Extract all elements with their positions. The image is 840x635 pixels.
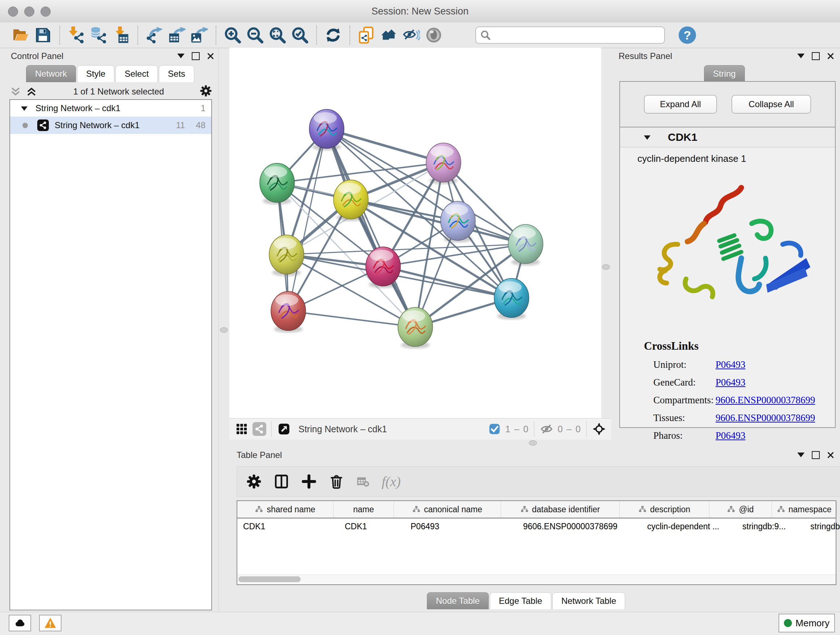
network-node-CCNB2[interactable] — [309, 109, 344, 150]
column-header-description[interactable]: description — [620, 501, 709, 518]
left-splitter-handle[interactable] — [220, 327, 228, 333]
column-header-shared-name[interactable]: shared name — [237, 501, 333, 518]
close-panel-icon[interactable] — [207, 52, 214, 60]
save-session-icon[interactable] — [32, 25, 54, 46]
scrollbar-thumb[interactable] — [238, 576, 301, 582]
column-header-@id[interactable]: @id — [709, 501, 772, 518]
table-cell[interactable]: P06493 — [405, 518, 517, 534]
table-cell[interactable]: cyclin-dependent ... — [641, 518, 737, 534]
network-node-CCNE1[interactable] — [398, 307, 433, 348]
tab-network[interactable]: Network — [26, 65, 76, 82]
network-canvas[interactable]: CCNB2CCNA1CDC25BCDK1CDC6RB1CCNB1CCNA2CDK… — [229, 48, 601, 418]
close-panel-icon[interactable] — [827, 52, 834, 60]
warnings-button[interactable] — [39, 615, 62, 631]
network-node-RB1[interactable] — [508, 225, 543, 266]
import-table-file-icon[interactable] — [110, 25, 133, 46]
table-options-gear-icon[interactable] — [246, 474, 262, 489]
table-cell[interactable]: stringdb:9... — [737, 518, 805, 534]
crosslink-link[interactable]: P06493 — [715, 430, 745, 441]
table-cell[interactable]: CDK1 — [339, 518, 405, 534]
birds-eye-crosshair-icon[interactable] — [592, 422, 606, 436]
table-cell[interactable]: stringdb — [805, 518, 840, 534]
network-edge-HIST1H1A-CCNE1[interactable] — [288, 311, 415, 327]
collection-expand-icon[interactable] — [21, 106, 27, 114]
network-node-CCNB1[interactable] — [269, 235, 304, 276]
crosslink-link[interactable]: 9606.ENSP00000378699 — [715, 412, 815, 424]
duplicate-network-icon[interactable] — [355, 25, 378, 46]
import-network-database-icon[interactable] — [88, 25, 110, 46]
crosslink-link[interactable]: 9606.ENSP00000378699 — [715, 394, 815, 406]
detach-view-icon[interactable] — [277, 422, 291, 436]
crosslink-link[interactable]: P06493 — [715, 377, 745, 388]
column-header-name[interactable]: name — [333, 501, 394, 518]
collapse-all-icon[interactable] — [9, 87, 22, 96]
network-view-share-icon[interactable] — [253, 422, 266, 436]
show-columns-icon[interactable] — [274, 474, 289, 489]
collapse-all-button[interactable]: Collapse All — [731, 95, 811, 114]
zoom-selected-icon[interactable] — [289, 25, 311, 46]
expand-all-button[interactable]: Expand All — [644, 95, 717, 114]
maximize-panel-icon[interactable] — [812, 451, 820, 459]
network-edge-CCNB2-CCNE1[interactable] — [327, 129, 415, 327]
horizontal-splitter-handle[interactable] — [529, 440, 537, 446]
network-edge-CCNB2-HIST1H1A[interactable] — [288, 129, 327, 311]
float-panel-icon[interactable] — [797, 54, 805, 62]
tab-sets[interactable]: Sets — [159, 65, 194, 82]
network-row[interactable]: String Network – cdk1 11 48 — [10, 117, 211, 134]
function-builder-icon[interactable]: f(x) — [382, 473, 401, 489]
network-node-HIST1H1A[interactable] — [271, 291, 306, 333]
add-column-icon[interactable] — [302, 474, 317, 489]
network-node-CDKN1A[interactable] — [494, 279, 529, 320]
right-splitter-handle[interactable] — [602, 264, 610, 270]
grid-view-icon[interactable] — [234, 422, 249, 436]
column-header-canonical-name[interactable]: canonical name — [394, 501, 501, 518]
table-cell[interactable]: CDK1 — [237, 518, 339, 534]
zoom-out-icon[interactable] — [244, 25, 266, 46]
network-node-CDK1[interactable] — [333, 180, 368, 221]
float-panel-icon[interactable] — [797, 453, 805, 461]
tab-node-table[interactable]: Node Table — [427, 592, 489, 609]
horizontal-scrollbar[interactable] — [237, 575, 836, 584]
float-panel-icon[interactable] — [177, 54, 185, 62]
tab-string[interactable]: String — [704, 65, 745, 82]
table-row[interactable]: CDK1CDK1P064939606.ENSP00000378699cyclin… — [237, 518, 836, 534]
tab-network-table[interactable]: Network Table — [553, 592, 625, 609]
table-cell[interactable]: 9606.ENSP00000378699 — [517, 518, 641, 534]
close-panel-icon[interactable] — [827, 451, 834, 459]
delete-column-icon[interactable] — [329, 474, 344, 489]
hidden-eye-slash-icon[interactable] — [539, 422, 554, 436]
collapse-section-icon[interactable] — [644, 135, 651, 143]
expand-all-icon[interactable] — [25, 87, 38, 96]
export-table-icon[interactable] — [166, 25, 188, 46]
open-session-icon[interactable] — [9, 25, 32, 46]
level-of-detail-icon[interactable] — [423, 25, 445, 46]
search-box[interactable] — [475, 27, 665, 44]
import-network-file-icon[interactable] — [65, 25, 88, 46]
crosslink-link[interactable]: P06493 — [715, 359, 745, 371]
protein-header-row[interactable]: CDK1 — [620, 127, 835, 147]
memory-button[interactable]: Memory — [778, 614, 835, 632]
help-button[interactable]: ? — [679, 27, 696, 44]
export-network-icon[interactable] — [143, 25, 166, 46]
network-node-CCNA1[interactable] — [426, 143, 461, 184]
homes-icon[interactable] — [378, 25, 400, 46]
network-options-gear-icon[interactable] — [200, 85, 212, 98]
tab-edge-table[interactable]: Edge Table — [490, 592, 551, 609]
delete-table-icon[interactable] — [356, 475, 369, 488]
tab-select[interactable]: Select — [115, 65, 158, 82]
maximize-panel-icon[interactable] — [192, 52, 200, 60]
tab-style[interactable]: Style — [77, 65, 114, 82]
network-node-CDC6[interactable] — [441, 201, 475, 242]
zoom-in-icon[interactable] — [221, 25, 244, 46]
maximize-panel-icon[interactable] — [812, 52, 820, 60]
search-input[interactable] — [493, 30, 660, 41]
export-image-icon[interactable] — [188, 25, 210, 46]
column-header-namespace[interactable]: namespace — [772, 501, 837, 518]
selected-checkbox-icon[interactable] — [487, 422, 502, 436]
apply-layout-icon[interactable] — [322, 25, 344, 46]
hide-graphics-icon[interactable] — [400, 25, 423, 46]
zoom-fit-icon[interactable] — [266, 25, 289, 46]
column-header-database-identifier[interactable]: database identifier — [501, 501, 620, 518]
cloud-button[interactable] — [9, 615, 31, 631]
network-node-CDC25B[interactable] — [260, 163, 294, 204]
